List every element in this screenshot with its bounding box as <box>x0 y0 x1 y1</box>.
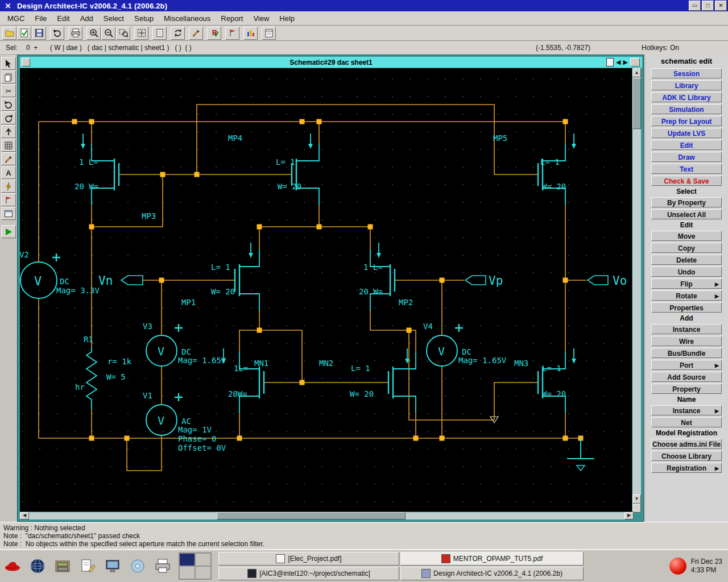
redo-button[interactable] <box>1 111 16 124</box>
save-sheet-button[interactable] <box>32 27 46 40</box>
palette-button-check-save[interactable]: Check & Save <box>651 176 722 186</box>
palette-button-copy[interactable]: Copy <box>651 243 722 253</box>
maximize-icon[interactable]: □ <box>702 1 714 11</box>
prev-sheet-icon[interactable]: ◀ <box>616 59 621 66</box>
palette-button-undo[interactable]: Undo <box>651 267 722 277</box>
scroll-down-icon[interactable]: ▼ <box>632 494 641 504</box>
titlebar[interactable]: ✕ Design Architect-IC v2006.2_4.1 (2006.… <box>0 0 728 11</box>
palette-button-choose-adms-ini-file[interactable]: Choose adms.ini File <box>651 439 722 449</box>
palette-button-add-source[interactable]: Add Source <box>651 372 722 382</box>
palette-button-unselect-all[interactable]: Unselect All <box>651 209 722 219</box>
palette-button-rotate[interactable]: Rotate▶ <box>651 290 722 301</box>
add-text-button[interactable]: A <box>1 166 16 179</box>
menu-add[interactable]: Add <box>75 13 98 24</box>
palette-button-move[interactable]: Move <box>651 231 722 241</box>
palette-button-wire[interactable]: Wire <box>651 336 722 346</box>
select-pointer-button[interactable] <box>1 57 16 70</box>
palette-button-prep-for-layout[interactable]: Prep for Layout <box>651 116 722 126</box>
globe-launcher[interactable] <box>25 551 50 581</box>
window-restore-icon[interactable] <box>630 58 640 66</box>
printer-launcher[interactable] <box>150 551 175 581</box>
flag-button[interactable] <box>1 193 16 206</box>
check-sheet-button[interactable] <box>17 27 31 40</box>
vertical-scroll-thumb[interactable] <box>632 78 641 129</box>
zoom-in-button[interactable] <box>86 27 101 40</box>
add-net-name-button[interactable] <box>225 27 239 40</box>
add-wire-button[interactable] <box>189 27 203 40</box>
palette-button-delete[interactable]: Delete <box>651 255 722 265</box>
grid-button[interactable] <box>1 139 16 152</box>
palette-button-edit[interactable]: Edit <box>651 140 722 150</box>
palette-button-bus-bundle[interactable]: Bus/Bundle <box>651 348 722 358</box>
check-report-button[interactable]: R <box>207 27 221 40</box>
scroll-up-icon[interactable]: ▲ <box>632 68 641 77</box>
activate-symbol-button[interactable] <box>1 225 16 238</box>
copy-multiple-button[interactable] <box>1 70 16 84</box>
palette-button-draw[interactable]: Draw <box>651 152 722 162</box>
monitor-launcher[interactable] <box>100 551 125 581</box>
schematic-canvas[interactable]: MP31 L=20 W=MP4L= 1W= 20MP5L= 1W= 20MP1L… <box>20 68 634 513</box>
file-drawer-launcher[interactable] <box>50 551 75 581</box>
workspace-2[interactable] <box>195 553 211 566</box>
palette-button-property[interactable]: Property <box>651 384 722 394</box>
workspace-pager[interactable] <box>179 552 212 580</box>
task-button-terminal[interactable]: [AIC3@intel120:~/project/schematic] <box>218 567 399 580</box>
palette-button-flip[interactable]: Flip▶ <box>651 278 722 289</box>
open-palette-button[interactable] <box>1 207 16 220</box>
menu-setup[interactable]: Setup <box>129 13 159 24</box>
palette-button-choose-library[interactable]: Choose Library <box>651 451 722 461</box>
palette-button-library[interactable]: Library <box>651 80 722 90</box>
palette-button-registration[interactable]: Registration▶ <box>651 463 722 473</box>
palette-button-by-property[interactable]: By Property <box>651 197 722 207</box>
menu-edit[interactable]: Edit <box>52 13 75 24</box>
show-levels-button[interactable] <box>243 27 258 40</box>
palette-button-simulation[interactable]: Simulation <box>651 104 722 114</box>
draw-wire-button[interactable] <box>1 152 16 165</box>
menu-mgc[interactable]: MGC <box>2 13 30 24</box>
scroll-left-icon[interactable]: ◀ <box>20 512 29 519</box>
horizontal-scroll-thumb[interactable] <box>217 512 406 519</box>
scroll-right-icon[interactable]: ▶ <box>624 512 634 519</box>
task-button-doc[interactable]: [Elec_Project.pdf] <box>218 552 399 566</box>
alert-icon[interactable] <box>669 558 686 575</box>
palette-button-adk-ic-library[interactable]: ADK IC Library <box>651 92 722 102</box>
vertical-scrollbar[interactable]: ▲ ▼ <box>632 68 641 513</box>
notes-launcher[interactable] <box>75 551 100 581</box>
menu-file[interactable]: File <box>30 13 52 24</box>
close-icon[interactable]: ✕ <box>715 1 727 11</box>
view-area-button[interactable] <box>134 27 148 40</box>
open-sheet-button[interactable] <box>2 27 16 40</box>
menu-miscellaneous[interactable]: Miscellaneous <box>159 13 216 24</box>
zoom-out-button[interactable] <box>101 27 115 40</box>
zoom-area-button[interactable] <box>116 27 130 40</box>
palette-button-properties[interactable]: Properties <box>651 302 722 313</box>
cd-launcher[interactable] <box>125 551 150 581</box>
quick-connect-button[interactable] <box>1 180 16 193</box>
task-button-pdf[interactable]: MENTOR_OPAMP_TUT5.pdf <box>400 552 584 566</box>
workspace-3[interactable] <box>179 566 195 579</box>
open-down-sheet-button[interactable] <box>152 27 167 40</box>
notepad-button[interactable] <box>262 27 276 40</box>
menu-select[interactable]: Select <box>98 13 129 24</box>
undo-button[interactable] <box>50 27 64 40</box>
workspace-1[interactable] <box>179 553 195 566</box>
palette-button-update-lvs[interactable]: Update LVS <box>651 128 722 138</box>
sheet-icon[interactable] <box>606 58 614 66</box>
horizontal-scrollbar[interactable]: ◀ ▶ <box>20 512 634 519</box>
palette-button-instance[interactable]: Instance <box>651 324 722 334</box>
scroll-page-icon[interactable] <box>632 504 641 513</box>
minimize-icon[interactable]: ▭ <box>689 1 701 11</box>
undo-button[interactable] <box>1 98 16 111</box>
schematic-window-titlebar[interactable]: Schematic#29 dac sheet1 ◀ ▶ <box>20 57 642 68</box>
menu-report[interactable]: Report <box>216 13 248 24</box>
palette-button-session[interactable]: Session <box>651 68 722 78</box>
red-hat-launcher[interactable] <box>0 551 25 581</box>
move-up-button[interactable] <box>1 125 16 138</box>
palette-button-instance[interactable]: Instance▶ <box>651 405 722 415</box>
palette-button-net[interactable]: Net <box>651 417 722 427</box>
workspace-4[interactable] <box>195 566 211 579</box>
task-button-da[interactable]: Design Architect-IC v2006.2_4.1 (2006.2b… <box>400 567 584 580</box>
palette-button-text[interactable]: Text <box>651 164 722 174</box>
refresh-button[interactable] <box>171 27 185 40</box>
palette-button-port[interactable]: Port▶ <box>651 360 722 370</box>
